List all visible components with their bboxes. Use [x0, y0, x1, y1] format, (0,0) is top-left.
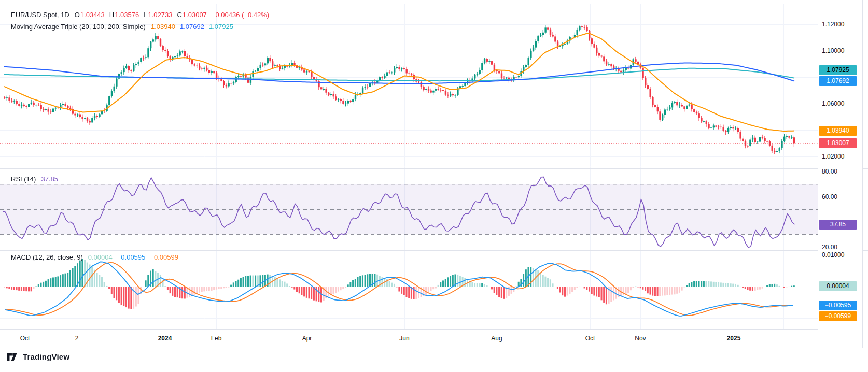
time-axis-label: Oct — [585, 330, 595, 348]
price-axis-label: 1.02000 — [822, 152, 844, 161]
price-axis-label: 1.12000 — [822, 20, 844, 28]
ohlc-close: C1.03007 — [177, 11, 206, 19]
rsi-axis-label: 20.00 — [822, 243, 837, 251]
ma-title[interactable]: Moving Average Triple (20, 100, 200, Sim… — [11, 23, 146, 31]
price-badge: 1.07692 — [819, 76, 857, 86]
price-badge: 1.03007 — [819, 138, 857, 148]
macd-legend: MACD (12, 26, close, 9) 0.00004 −0.00595… — [11, 253, 183, 261]
time-axis[interactable]: Oct22024FebAprJunAugOctNov2025 — [0, 329, 818, 349]
macd-badge: −0.00599 — [819, 311, 857, 321]
time-axis-label: Nov — [635, 330, 646, 348]
rsi-value: 37.85 — [41, 175, 58, 183]
ohlc-open: O1.03443 — [75, 11, 105, 19]
rsi-badge: 37.85 — [819, 220, 857, 230]
macd-hist-value: 0.00004 — [88, 253, 113, 261]
macd-title[interactable]: MACD (12, 26, close, 9) — [11, 253, 83, 261]
chart-canvas[interactable] — [0, 0, 868, 372]
time-axis-label: 2 — [75, 330, 79, 348]
price-badge: 1.03940 — [819, 126, 857, 136]
ohlc-low: L1.02733 — [144, 11, 172, 19]
time-axis-label: 2024 — [158, 330, 172, 348]
macd-line-value: −0.00595 — [117, 253, 146, 261]
macd-signal-value: −0.00599 — [150, 253, 178, 261]
ma-legend: Moving Average Triple (20, 100, 200, Sim… — [11, 23, 238, 31]
change-value: −0.00436 (−0.42%) — [212, 11, 269, 19]
rsi-legend: RSI (14) 37.85 — [11, 175, 63, 183]
price-axis-label: 1.10000 — [822, 47, 844, 55]
time-axis-label: Oct — [20, 330, 30, 348]
ma20-value: 1.03940 — [151, 23, 175, 31]
price-badge: 1.07925 — [819, 65, 857, 75]
rsi-axis-label: 60.00 — [822, 193, 837, 201]
time-axis-label: Jun — [399, 330, 409, 348]
tradingview-logo-text: TradingView — [23, 352, 69, 361]
tradingview-chart-page: { "colors": { "up": "#089981", "down": "… — [0, 0, 868, 372]
tradingview-logo-icon — [7, 353, 19, 361]
symbol-legend: EUR/USD Spot, 1D O1.03443 H1.03576 L1.02… — [11, 11, 274, 19]
macd-axis-label: 0.01000 — [822, 251, 844, 259]
time-axis-label: Apr — [302, 330, 312, 348]
price-axis[interactable]: 1.120001.100001.060001.0200080.0060.0020… — [818, 0, 863, 348]
ma100-value: 1.07692 — [180, 23, 204, 31]
rsi-title[interactable]: RSI (14) — [11, 175, 36, 183]
ohlc-high: H1.03576 — [109, 11, 139, 19]
time-axis-label: Feb — [211, 330, 222, 348]
ma200-value: 1.07925 — [209, 23, 233, 31]
macd-badge: 0.00004 — [819, 281, 857, 291]
time-axis-label: 2025 — [727, 330, 741, 348]
tradingview-logo[interactable]: TradingView — [7, 352, 69, 361]
macd-badge: −0.00595 — [819, 301, 857, 310]
symbol-title[interactable]: EUR/USD Spot, 1D — [11, 11, 69, 19]
time-axis-label: Aug — [491, 330, 502, 348]
price-axis-label: 1.06000 — [822, 99, 844, 108]
rsi-axis-label: 80.00 — [822, 167, 837, 176]
